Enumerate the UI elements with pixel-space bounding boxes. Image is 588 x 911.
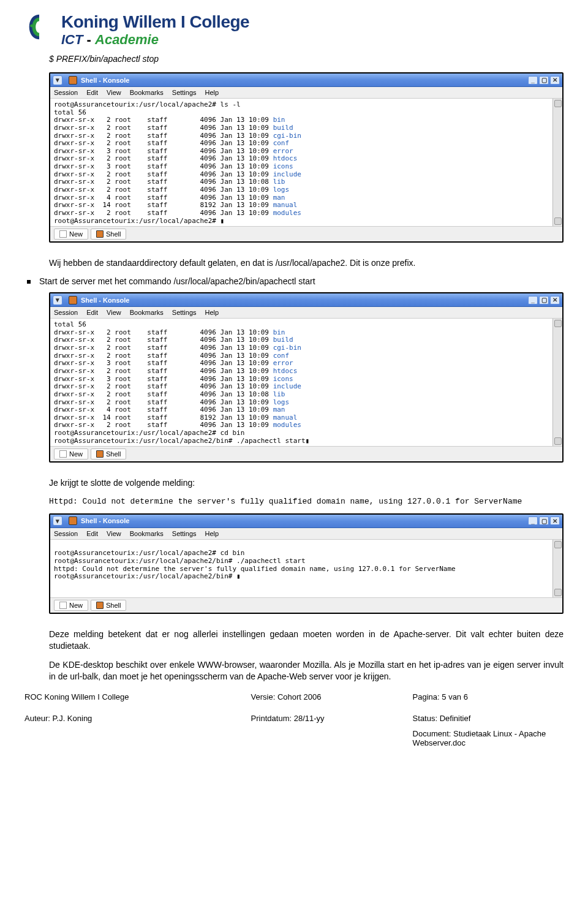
bullet-text: Start de server met het commando /usr/lo… [39, 276, 315, 286]
menu-session[interactable]: Session [54, 309, 78, 316]
scrollbar[interactable] [552, 540, 562, 597]
footer-page: Pagina: 5 van 6 [413, 690, 564, 704]
menu-edit[interactable]: Edit [86, 309, 98, 316]
konsole-titlebar[interactable]: ▾ Shell - Konsole _ ▢ ✕ [50, 293, 562, 307]
tab-shell[interactable]: Shell [91, 229, 126, 240]
menu-bookmarks[interactable]: Bookmarks [130, 530, 164, 537]
menu-help[interactable]: Help [205, 309, 219, 316]
konsole-app-icon [69, 76, 77, 85]
konsole-menubar: Session Edit View Bookmarks Settings Hel… [50, 87, 562, 99]
menu-bookmarks[interactable]: Bookmarks [130, 89, 164, 96]
menu-help[interactable]: Help [205, 530, 219, 537]
menu-view[interactable]: View [107, 89, 121, 96]
httpd-message: Httpd: Could not determine the server's … [49, 496, 564, 507]
footer-version: Versie: Cohort 2006 [251, 690, 413, 704]
logo-subtitle: ICT - Academie [61, 32, 249, 48]
konsole-app-icon [69, 516, 77, 525]
paragraph-slotte: Je krijgt te slotte de volgende melding: [49, 477, 564, 489]
tab-new[interactable]: New [54, 448, 88, 459]
menu-settings[interactable]: Settings [172, 89, 197, 96]
new-tab-icon [59, 230, 67, 238]
konsole-tabbar: New Shell [50, 446, 562, 461]
tab-new[interactable]: New [54, 229, 88, 240]
page-logo: Koning Willem I College ICT - Academie [24, 12, 564, 48]
minimize-button[interactable]: _ [528, 296, 538, 304]
window-menu-icon[interactable]: ▾ [53, 516, 62, 526]
scroll-up-icon[interactable] [554, 320, 562, 327]
konsole-window-3: ▾ Shell - Konsole _ ▢ ✕ Session Edit Vie… [49, 513, 564, 614]
menu-session[interactable]: Session [54, 89, 78, 96]
svg-point-0 [30, 25, 33, 28]
scroll-down-icon[interactable] [554, 217, 562, 225]
maximize-button[interactable]: ▢ [539, 296, 549, 304]
maximize-button[interactable]: ▢ [539, 76, 549, 85]
menu-view[interactable]: View [107, 309, 121, 316]
footer-printdate: Printdatum: 28/11-yy [251, 711, 413, 750]
scroll-down-icon[interactable] [554, 589, 562, 596]
shell-tab-icon [96, 450, 104, 458]
close-button[interactable]: ✕ [550, 516, 560, 525]
scroll-up-icon[interactable] [554, 541, 562, 548]
logo-title: Koning Willem I College [61, 12, 249, 32]
konsole-window-2: ▾ Shell - Konsole _ ▢ ✕ Session Edit Vie… [49, 292, 564, 463]
footer-status-doc: Status: Definitief Document: Studietaak … [413, 711, 564, 750]
close-button[interactable]: ✕ [550, 296, 560, 304]
menu-settings[interactable]: Settings [172, 530, 197, 537]
window-menu-icon[interactable]: ▾ [53, 295, 62, 305]
terminal-output[interactable]: total 56 drwxr-sr-x 2 root staff 4096 Ja… [50, 319, 552, 446]
konsole-menubar: Session Edit View Bookmarks Settings Hel… [50, 307, 562, 319]
minimize-button[interactable]: _ [528, 76, 538, 85]
command-stop: $ PREFIX/bin/apachectl stop [49, 54, 564, 64]
tab-shell[interactable]: Shell [91, 448, 126, 459]
bullet-icon [27, 280, 31, 284]
menu-session[interactable]: Session [54, 530, 78, 537]
scrollbar[interactable] [552, 319, 562, 446]
new-tab-icon [59, 602, 67, 609]
konsole-menubar: Session Edit View Bookmarks Settings Hel… [50, 528, 562, 540]
college-logo-icon [24, 12, 54, 42]
konsole-app-icon [69, 296, 77, 304]
maximize-button[interactable]: ▢ [539, 516, 549, 525]
menu-edit[interactable]: Edit [86, 530, 98, 537]
tab-shell[interactable]: Shell [91, 600, 126, 611]
shell-tab-icon [96, 602, 104, 609]
terminal-output[interactable]: root@Assurancetourix:/usr/local/apache2#… [50, 540, 552, 597]
footer-author: Auteur: P.J. Koning [24, 711, 251, 750]
footer-org: ROC Koning Willem I College [24, 690, 251, 704]
page-footer: ROC Koning Willem I College Versie: Coho… [24, 690, 564, 750]
konsole-window-1: ▾ Shell - Konsole _ ▢ ✕ Session Edit Vie… [49, 72, 564, 243]
window-title: Shell - Konsole [81, 517, 528, 524]
bullet-start-server: Start de server met het commando /usr/lo… [24, 276, 564, 286]
menu-view[interactable]: View [107, 530, 121, 537]
minimize-button[interactable]: _ [528, 516, 538, 525]
konsole-titlebar[interactable]: ▾ Shell - Konsole _ ▢ ✕ [50, 74, 562, 87]
paragraph-prefix: Wij hebben de standaarddirectory default… [49, 257, 564, 269]
konsole-tabbar: New Shell [50, 597, 562, 613]
paragraph-melding: Deze melding betekent dat er nog allerle… [49, 629, 564, 652]
scrollbar[interactable] [552, 99, 562, 226]
scroll-down-icon[interactable] [554, 437, 562, 445]
paragraph-kde: De KDE-desktop beschikt over enkele WWW-… [49, 659, 564, 682]
new-tab-icon [59, 450, 67, 458]
terminal-output[interactable]: root@Assurancetourix:/usr/local/apache2#… [50, 99, 552, 226]
window-menu-icon[interactable]: ▾ [53, 75, 62, 85]
menu-help[interactable]: Help [205, 89, 219, 96]
shell-tab-icon [96, 230, 104, 238]
konsole-tabbar: New Shell [50, 226, 562, 241]
window-title: Shell - Konsole [81, 77, 528, 84]
menu-bookmarks[interactable]: Bookmarks [130, 309, 164, 316]
konsole-titlebar[interactable]: ▾ Shell - Konsole _ ▢ ✕ [50, 515, 562, 528]
scroll-up-icon[interactable] [554, 100, 562, 107]
close-button[interactable]: ✕ [550, 76, 560, 85]
tab-new[interactable]: New [54, 600, 88, 611]
menu-edit[interactable]: Edit [86, 89, 98, 96]
menu-settings[interactable]: Settings [172, 309, 197, 316]
window-title: Shell - Konsole [81, 297, 528, 304]
